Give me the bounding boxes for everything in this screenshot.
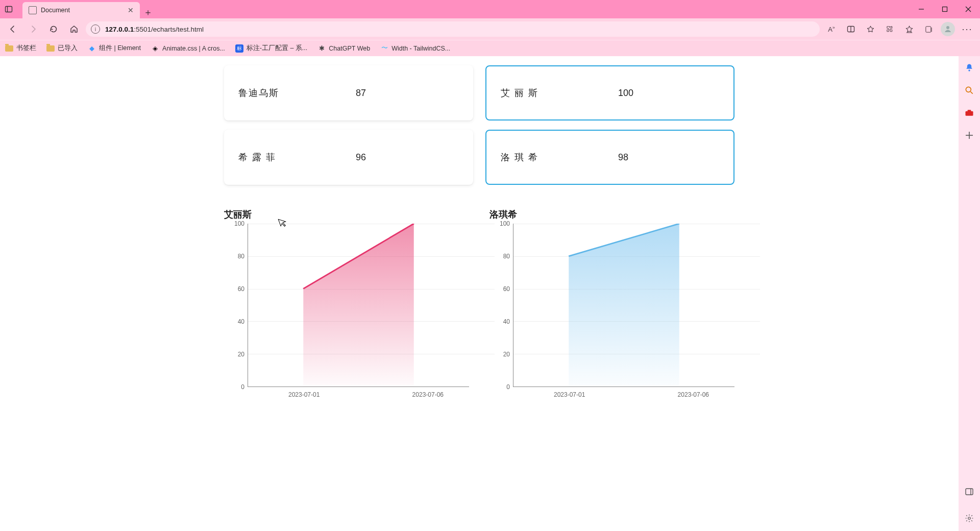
bookmark-link[interactable]: 标标注-工厂配置 – 系...	[235, 44, 307, 53]
extensions-icon[interactable]	[881, 20, 898, 38]
svg-rect-18	[968, 110, 971, 111]
chart-title: 洛琪希	[489, 208, 734, 221]
svg-rect-3	[943, 7, 947, 12]
element-ui-icon: ◆	[88, 44, 96, 53]
charts-row: 艾丽斯 100 80 60 40 20 0	[224, 208, 734, 398]
x-axis: 2023-07-01 2023-07-06	[248, 387, 469, 398]
card-value: 87	[356, 88, 366, 99]
svg-rect-21	[966, 489, 973, 495]
card-value: 96	[356, 152, 366, 163]
site-info-icon[interactable]: i	[91, 25, 100, 34]
split-screen-icon[interactable]	[842, 20, 860, 38]
favorite-icon[interactable]	[862, 20, 879, 38]
menu-button[interactable]: ···	[959, 20, 976, 38]
bookmarks-bar: 书签栏 已导入 ◆组件 | Element ◈Animate.css | A c…	[0, 40, 980, 56]
bookmark-link[interactable]: ◆组件 | Element	[88, 44, 141, 53]
card-name: 鲁迪乌斯	[238, 87, 356, 99]
tailwind-icon: 〜	[380, 44, 388, 53]
url-text: 127.0.0.1:5501/echarts/test.html	[105, 26, 815, 33]
plot-area[interactable]	[248, 224, 469, 387]
card-name: 希 露 菲	[238, 151, 356, 163]
read-aloud-icon[interactable]: A»	[823, 20, 840, 38]
notification-bell-icon[interactable]	[964, 62, 975, 74]
chart-luoqixi: 洛琪希 100 80 60 40 20 0	[489, 208, 734, 398]
svg-point-14	[968, 69, 970, 71]
titlebar: Document ✕ ＋	[0, 0, 980, 18]
annotation-icon: 标	[235, 44, 243, 53]
folder-icon	[46, 45, 55, 52]
score-card[interactable]: 鲁迪乌斯 87	[224, 65, 473, 120]
y-axis: 100 80 60 40 20 0	[489, 224, 513, 387]
card-name: 洛 琪 希	[501, 151, 618, 163]
area-series	[248, 224, 469, 387]
svg-point-15	[966, 87, 971, 92]
chart-ailisi: 艾丽斯 100 80 60 40 20 0	[224, 208, 469, 398]
page-favicon-icon	[29, 6, 37, 14]
refresh-button[interactable]	[45, 20, 62, 38]
sidebar-collapse-icon[interactable]	[964, 486, 975, 497]
cards-grid: 鲁迪乌斯 87 艾 丽 斯 100 希 露 菲 96 洛 琪 希 98	[224, 65, 734, 185]
address-bar[interactable]: i 127.0.0.1:5501/echarts/test.html	[86, 21, 820, 37]
svg-marker-12	[303, 224, 414, 387]
page-content: 鲁迪乌斯 87 艾 丽 斯 100 希 露 菲 96 洛 琪 希 98 艾丽斯	[0, 56, 959, 531]
bookmark-link[interactable]: ✱ChatGPT Web	[317, 44, 370, 53]
x-axis: 2023-07-01 2023-07-06	[513, 387, 734, 398]
bookmark-folder[interactable]: 书签栏	[5, 44, 36, 53]
toolbar: i 127.0.0.1:5501/echarts/test.html A» ··…	[0, 18, 980, 40]
svg-line-16	[971, 92, 973, 94]
svg-rect-0	[6, 7, 12, 12]
browser-tab[interactable]: Document ✕	[22, 2, 140, 18]
collections-icon[interactable]	[920, 20, 937, 38]
window-minimize-button[interactable]	[910, 0, 933, 18]
back-button[interactable]	[4, 20, 21, 38]
profile-button[interactable]	[939, 20, 957, 38]
favorites-bar-icon[interactable]	[900, 20, 918, 38]
forward-button[interactable]	[24, 20, 42, 38]
window-close-button[interactable]	[957, 0, 980, 18]
card-value: 100	[618, 88, 633, 99]
score-card[interactable]: 艾 丽 斯 100	[485, 65, 734, 120]
card-name: 艾 丽 斯	[501, 87, 618, 99]
plot-area[interactable]	[513, 224, 734, 387]
chatgpt-icon: ✱	[317, 44, 326, 53]
area-series	[513, 224, 734, 387]
search-icon[interactable]	[964, 85, 975, 96]
bookmark-link[interactable]: 〜Width - TailwindCS...	[380, 44, 450, 53]
svg-rect-9	[925, 26, 930, 32]
svg-point-23	[968, 517, 971, 520]
svg-marker-13	[569, 224, 679, 387]
home-button[interactable]	[65, 20, 83, 38]
card-value: 98	[618, 152, 628, 163]
chart-title: 艾丽斯	[224, 208, 469, 221]
score-card[interactable]: 洛 琪 希 98	[485, 130, 734, 185]
folder-icon	[5, 45, 13, 52]
close-tab-icon[interactable]: ✕	[128, 6, 134, 14]
window-maximize-button[interactable]	[933, 0, 957, 18]
bookmark-folder[interactable]: 已导入	[46, 44, 78, 53]
new-tab-button[interactable]: ＋	[140, 6, 156, 18]
bookmark-link[interactable]: ◈Animate.css | A cros...	[151, 44, 225, 53]
add-sidebar-item-icon[interactable]	[964, 130, 975, 141]
sidebar-settings-icon[interactable]	[964, 513, 975, 524]
toolbox-icon[interactable]	[964, 107, 975, 118]
tab-title: Document	[41, 7, 124, 14]
animate-css-icon: ◈	[151, 44, 159, 53]
score-card[interactable]: 希 露 菲 96	[224, 130, 473, 185]
edge-sidebar	[959, 56, 980, 531]
tab-actions-icon[interactable]	[0, 0, 17, 18]
y-axis: 100 80 60 40 20 0	[224, 224, 248, 387]
svg-point-11	[946, 26, 949, 29]
svg-rect-17	[966, 111, 973, 116]
